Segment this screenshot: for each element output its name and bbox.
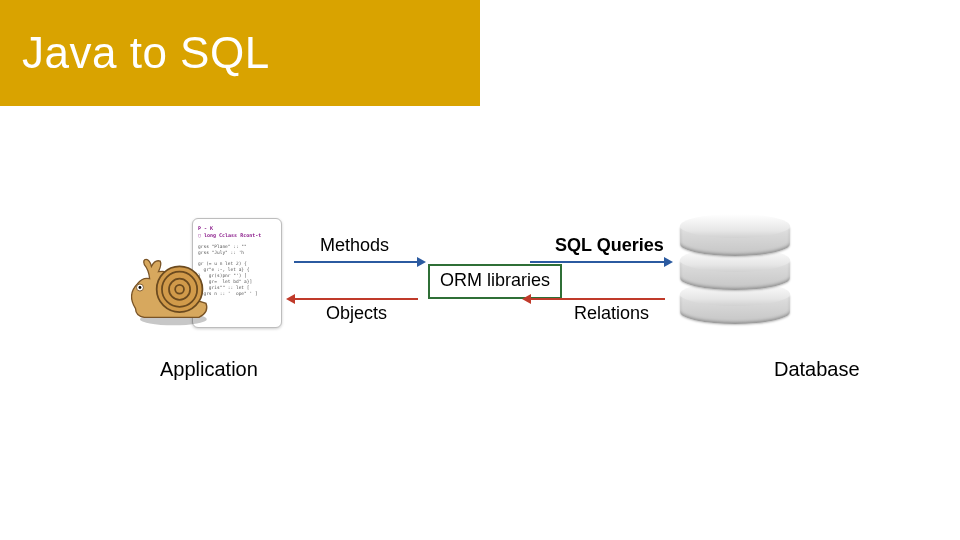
arrow-relations [530, 298, 665, 300]
methods-label: Methods [320, 235, 389, 256]
arrow-methods [294, 261, 418, 263]
application-label: Application [160, 358, 258, 381]
arrow-objects [294, 298, 418, 300]
svg-point-3 [157, 266, 203, 312]
application-icon: P - K ▢ long Cclass Rcont-t grss "Plane"… [130, 218, 285, 333]
objects-label: Objects [326, 303, 387, 324]
title-bar: Java to SQL [0, 0, 480, 106]
slide-title: Java to SQL [22, 28, 270, 78]
database-icon [680, 216, 790, 326]
arrow-sql-queries [530, 261, 665, 263]
snail-icon [124, 240, 214, 328]
relations-label: Relations [574, 303, 649, 324]
database-label: Database [774, 358, 860, 381]
sql-queries-label: SQL Queries [555, 235, 664, 256]
svg-point-2 [139, 286, 142, 289]
orm-libraries-box: ORM libraries [428, 264, 562, 299]
